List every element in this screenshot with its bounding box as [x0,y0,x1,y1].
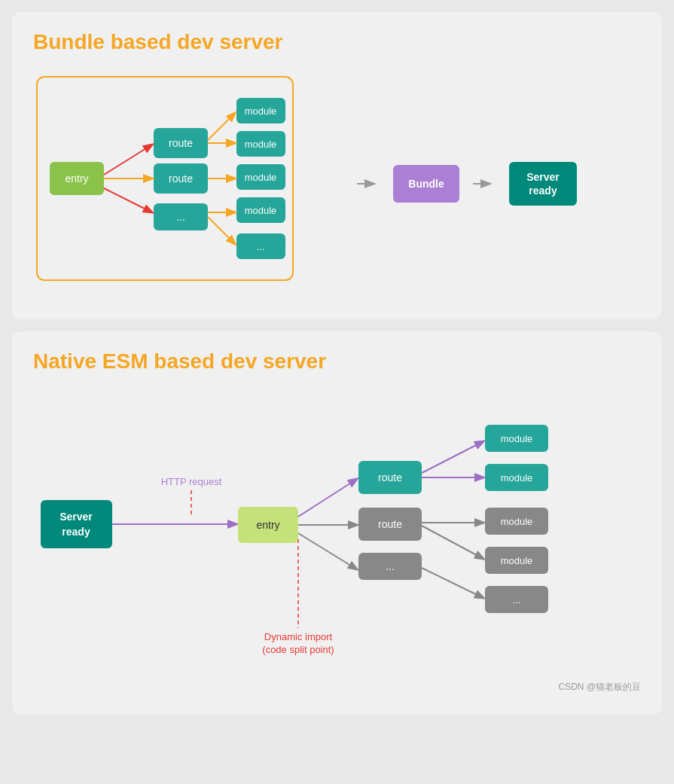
svg-line-59 [422,526,483,559]
svg-line-37 [298,479,357,517]
svg-text:module: module [501,555,533,566]
svg-line-22 [208,113,235,140]
svg-text:entry: entry [65,172,88,185]
svg-text:HTTP request: HTTP request [161,476,222,487]
svg-text:route: route [378,518,402,530]
svg-text:ready: ready [62,526,90,538]
svg-text:module: module [501,472,533,484]
esm-section: Native ESM based dev server Server ready… [12,331,662,715]
svg-line-60 [422,568,483,598]
svg-text:(code split point): (code split point) [262,644,334,655]
bundle-section: Bundle based dev server entry [12,12,662,319]
svg-text:module: module [501,516,533,527]
svg-text:Dynamic import: Dynamic import [264,631,333,642]
svg-text:module: module [245,139,277,150]
svg-text:...: ... [386,560,395,572]
svg-rect-29 [41,500,112,548]
bundle-flow-svg: entry route route ... module module mo [33,69,364,295]
svg-line-21 [104,188,152,212]
svg-line-39 [298,533,357,569]
svg-text:module: module [245,205,277,216]
svg-line-56 [422,441,483,473]
svg-text:...: ... [513,594,521,606]
svg-text:Server: Server [59,511,93,523]
esm-flow-svg: Server ready HTTP request entry route ro… [33,389,674,675]
svg-text:entry: entry [256,519,279,531]
svg-line-19 [104,145,152,175]
svg-text:route: route [169,172,193,185]
arrow-to-server [473,176,496,191]
bundle-title: Bundle based dev server [33,30,641,54]
svg-text:route: route [169,137,193,149]
bundle-diagram: entry route route ... module module mo [33,69,641,298]
svg-text:...: ... [257,241,265,252]
bundle-node: Bundle [393,165,459,203]
server-ready-node-top: Serverready [509,162,577,206]
svg-text:module: module [501,433,533,444]
svg-line-26 [208,217,235,244]
svg-text:...: ... [176,211,185,223]
svg-text:module: module [245,105,277,117]
esm-title: Native ESM based dev server [33,349,641,374]
svg-text:module: module [245,172,277,183]
svg-text:route: route [378,471,402,484]
watermark: CSDN @猫老板的豆 [33,681,641,694]
